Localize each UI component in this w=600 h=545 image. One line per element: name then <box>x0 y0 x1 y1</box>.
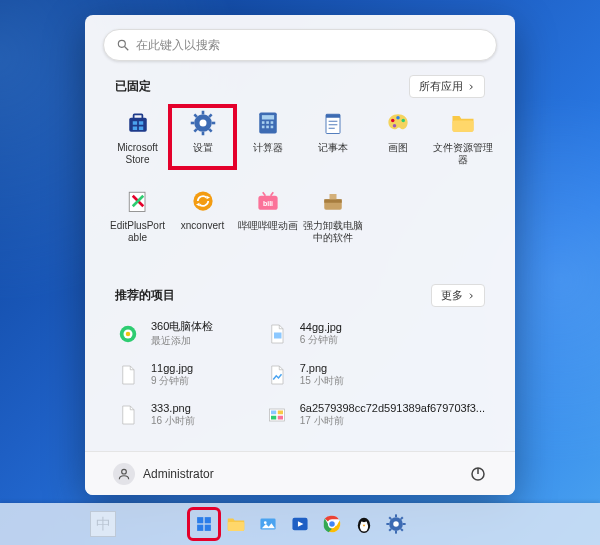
rec-item-name: 44gg.jpg <box>300 321 342 333</box>
svg-rect-63 <box>228 522 245 531</box>
pinned-header: 已固定 所有应用 <box>85 75 515 98</box>
rec-item-sub: 6 分钟前 <box>300 333 342 347</box>
paint-icon <box>383 108 413 138</box>
svg-rect-55 <box>277 416 282 420</box>
svg-rect-53 <box>277 411 282 415</box>
rec-item-sub: 17 小时前 <box>300 414 485 428</box>
user-name: Administrator <box>143 467 214 481</box>
svg-rect-3 <box>133 114 142 119</box>
taskbar-photos-button[interactable] <box>255 511 281 537</box>
svg-rect-22 <box>270 121 273 124</box>
more-button[interactable]: 更多 <box>431 284 485 307</box>
app-tile-ms-store[interactable]: Microsoft Store <box>105 106 170 168</box>
rec-item-sub: 9 分钟前 <box>151 374 193 388</box>
app-label: 画图 <box>388 142 408 154</box>
svg-rect-4 <box>132 121 136 125</box>
recommended-item[interactable]: 333.png16 小时前 <box>115 402 240 428</box>
svg-rect-52 <box>271 411 276 415</box>
image-file-icon <box>264 321 290 347</box>
pinned-app-grid: Microsoft Store设置计算器记事本画图文件资源管理器EditPlus… <box>85 106 515 246</box>
search-input[interactable]: 在此键入以搜索 <box>103 29 497 61</box>
svg-rect-24 <box>266 126 269 129</box>
avatar-icon <box>113 463 135 485</box>
file-explorer-icon <box>448 108 478 138</box>
app-tile-xnconvert[interactable]: xnconvert <box>170 184 235 246</box>
taskbar-file-explorer-button[interactable] <box>223 511 249 537</box>
svg-line-78 <box>401 529 403 531</box>
recommended-item[interactable]: 7.png15 小时前 <box>264 362 485 388</box>
svg-rect-23 <box>261 126 264 129</box>
svg-line-13 <box>194 129 196 131</box>
user-account-button[interactable]: Administrator <box>113 463 214 485</box>
rec-item-name: 7.png <box>300 362 344 374</box>
start-menu: 在此键入以搜索 已固定 所有应用 Microsoft Store设置计算器记事本… <box>85 15 515 495</box>
svg-line-41 <box>262 192 265 196</box>
image-grid-icon <box>264 402 290 428</box>
app-tile-uninstall[interactable]: 强力卸载电脑中的软件 <box>300 184 365 246</box>
taskbar-settings-button[interactable] <box>383 511 409 537</box>
svg-rect-27 <box>326 114 340 118</box>
app-tile-paint[interactable]: 画图 <box>365 106 430 168</box>
svg-point-69 <box>329 521 336 528</box>
app-label: 强力卸载电脑中的软件 <box>303 220 363 244</box>
svg-rect-19 <box>261 115 273 119</box>
chevron-right-icon <box>467 83 475 91</box>
app360-icon <box>115 321 141 347</box>
search-placeholder: 在此键入以搜索 <box>136 37 220 54</box>
recommended-item[interactable]: 44gg.jpg6 分钟前 <box>264 319 485 348</box>
app-tile-file-explorer[interactable]: 文件资源管理器 <box>430 106 495 168</box>
svg-line-82 <box>389 517 391 519</box>
svg-rect-59 <box>197 517 203 523</box>
recommended-title: 推荐的项目 <box>115 287 175 304</box>
app-label: xnconvert <box>181 220 224 232</box>
recommended-item[interactable]: 11gg.jpg9 分钟前 <box>115 362 240 388</box>
taskbar-tencent-button[interactable] <box>351 511 377 537</box>
app-tile-bilibili[interactable]: bili哔哩哔哩动画 <box>235 184 300 246</box>
svg-line-17 <box>209 114 211 116</box>
taskbar-media-player-button[interactable] <box>287 511 313 537</box>
app-tile-settings[interactable]: 设置 <box>170 106 235 168</box>
pinned-title: 已固定 <box>115 78 151 95</box>
app-label: 文件资源管理器 <box>433 142 493 166</box>
app-tile-editplus[interactable]: EditPlusPortable <box>105 184 170 246</box>
recommended-item[interactable]: 360电脑体检最近添加 <box>115 319 240 348</box>
power-button[interactable] <box>469 465 487 483</box>
rec-item-name: 360电脑体检 <box>151 319 213 334</box>
svg-point-33 <box>401 119 405 123</box>
all-apps-button[interactable]: 所有应用 <box>409 75 485 98</box>
svg-rect-35 <box>452 120 473 131</box>
start-menu-footer: Administrator <box>85 451 515 495</box>
recommended-item[interactable]: 6a2579398cc72d591389af679703f3...17 小时前 <box>264 402 485 428</box>
app-tile-calculator[interactable]: 计算器 <box>235 106 300 168</box>
svg-rect-7 <box>138 127 142 131</box>
app-label: Microsoft Store <box>108 142 168 166</box>
bilibili-icon: bili <box>253 186 283 216</box>
svg-rect-25 <box>270 126 273 129</box>
svg-rect-62 <box>205 525 211 531</box>
svg-rect-20 <box>261 121 264 124</box>
editplus-icon <box>123 186 153 216</box>
search-icon <box>116 38 130 52</box>
svg-rect-45 <box>324 199 342 203</box>
svg-point-37 <box>193 191 212 210</box>
recommended-header: 推荐的项目 更多 <box>85 284 515 307</box>
svg-point-65 <box>264 521 267 524</box>
notepad-icon <box>318 108 348 138</box>
rec-item-name: 11gg.jpg <box>151 362 193 374</box>
svg-rect-21 <box>266 121 269 124</box>
rec-item-sub: 16 小时前 <box>151 414 195 428</box>
svg-line-11 <box>209 129 211 131</box>
svg-point-73 <box>365 522 367 524</box>
svg-point-76 <box>393 521 399 527</box>
ms-store-icon <box>123 108 153 138</box>
svg-point-9 <box>199 120 206 127</box>
calculator-icon <box>253 108 283 138</box>
svg-point-49 <box>126 331 131 336</box>
svg-rect-50 <box>274 332 282 338</box>
taskbar-chrome-button[interactable] <box>319 511 345 537</box>
rec-item-name: 333.png <box>151 402 195 414</box>
rec-item-name: 6a2579398cc72d591389af679703f3... <box>300 402 485 414</box>
app-tile-notepad[interactable]: 记事本 <box>300 106 365 168</box>
taskbar <box>0 503 600 545</box>
taskbar-start-button[interactable] <box>191 511 217 537</box>
